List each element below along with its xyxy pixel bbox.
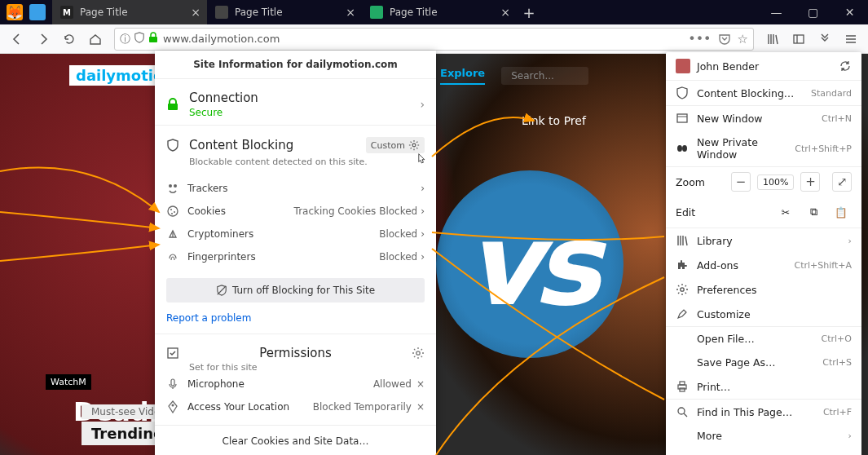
cb-item-cookies[interactable]: Cookies Tracking Cookies Blocked›	[166, 200, 425, 223]
svg-rect-23	[680, 382, 685, 385]
pinned-app-icon[interactable]	[29, 4, 46, 20]
fullscreen-button[interactable]: ⤢	[832, 172, 852, 192]
gear-icon	[408, 139, 420, 151]
menu-print[interactable]: Print…	[666, 374, 861, 399]
shortcut: Ctrl+S	[822, 357, 852, 368]
item-label: New Private Window	[697, 136, 786, 161]
menu-webdev[interactable]: Web Developer ›	[666, 448, 861, 455]
tab-1[interactable]: M Page Title ×	[52, 0, 207, 24]
svg-point-25	[678, 408, 685, 414]
favicon: M	[60, 6, 73, 19]
shield-icon[interactable]	[134, 32, 145, 43]
channel-badge[interactable]: WatchM	[46, 374, 91, 390]
tab-3[interactable]: Page Title ×	[362, 0, 517, 24]
close-button[interactable]: ✕	[831, 0, 868, 24]
lock-icon[interactable]	[148, 32, 158, 43]
close-icon[interactable]: ×	[500, 6, 510, 19]
item-label: Preferences	[697, 284, 757, 296]
main-toolbar: ⓘ www.dailymotion.com ••• ☆	[0, 24, 868, 54]
svg-point-21	[681, 288, 684, 291]
cut-button[interactable]: ✂	[775, 201, 796, 223]
item-status: Blocked	[379, 228, 417, 240]
pocket-icon[interactable]	[718, 33, 731, 46]
back-button[interactable]	[5, 27, 29, 51]
remove-icon[interactable]: ×	[416, 378, 425, 390]
menu-preferences[interactable]: Preferences	[666, 277, 861, 302]
firefox-icon[interactable]: 🦊	[7, 4, 23, 20]
vs-text: vs	[465, 198, 595, 331]
url-bar[interactable]: ⓘ www.dailymotion.com ••• ☆	[114, 28, 754, 51]
menu-library[interactable]: Library ›	[666, 228, 861, 253]
connection-section[interactable]: Connection Secure ›	[155, 79, 436, 126]
hamburger-menu-button[interactable]	[839, 27, 863, 51]
home-button[interactable]	[83, 27, 108, 51]
cb-item-fingerprinters[interactable]: Fingerprinters Blocked›	[166, 245, 425, 268]
menu-addons[interactable]: Add-ons Ctrl+Shift+A	[666, 253, 861, 277]
cb-item-cryptominers[interactable]: Cryptominers Blocked›	[166, 223, 425, 245]
remove-icon[interactable]: ×	[416, 401, 425, 413]
copy-button[interactable]: ⧉	[803, 201, 824, 223]
menu-open-file[interactable]: Open File… Ctrl+O	[666, 327, 861, 351]
shortcut: Ctrl+O	[822, 334, 852, 344]
menu-content-blocking[interactable]: Content Blocking… Standard	[666, 81, 861, 105]
site-search-input[interactable]: Search...	[501, 67, 588, 85]
item-label: Add-ons	[697, 259, 738, 272]
sidebar-button[interactable]	[786, 27, 811, 51]
shield-icon	[676, 86, 689, 99]
cryptominer-icon	[166, 228, 179, 241]
mask-icon	[676, 142, 689, 155]
menu-new-private-window[interactable]: New Private Window Ctrl+Shift+P	[666, 130, 861, 166]
svg-rect-1	[794, 35, 804, 43]
menu-new-window[interactable]: New Window Ctrl+N	[666, 106, 861, 130]
nav-explore[interactable]: Explore	[440, 67, 485, 85]
paste-button[interactable]: 📋	[831, 201, 852, 223]
item-label: Find in This Page…	[697, 406, 792, 418]
zoom-out-button[interactable]: −	[731, 172, 751, 192]
new-tab-button[interactable]: +	[517, 0, 541, 24]
library-button[interactable]	[760, 27, 785, 51]
button-label: Turn off Blocking for This Site	[232, 285, 375, 296]
zoom-in-button[interactable]: +	[800, 172, 820, 192]
svg-rect-15	[171, 379, 174, 386]
forward-button[interactable]	[31, 27, 55, 51]
item-label: New Window	[697, 113, 763, 125]
menu-save-page[interactable]: Save Page As… Ctrl+S	[666, 351, 861, 374]
site-topnav: Explore Search...	[440, 67, 588, 85]
search-icon	[676, 405, 689, 418]
menu-account-row[interactable]: John Bender	[666, 52, 861, 81]
connection-title: Connection	[189, 91, 258, 105]
zoom-level: 100%	[757, 174, 794, 190]
menu-find[interactable]: Find in This Page… Ctrl+F	[666, 400, 861, 424]
reload-button[interactable]	[57, 27, 82, 51]
close-icon[interactable]: ×	[191, 6, 200, 19]
svg-point-19	[677, 145, 682, 152]
minimize-button[interactable]: —	[758, 0, 795, 24]
report-problem-link[interactable]: Report a problem	[166, 312, 251, 324]
content-blocking-level-badge[interactable]: Custom	[366, 137, 425, 153]
perm-label: Microphone	[187, 378, 245, 390]
shortcut: Ctrl+F	[823, 407, 852, 417]
clear-cookies-button[interactable]: Clear Cookies and Site Data…	[155, 426, 436, 455]
menu-more[interactable]: More ›	[666, 424, 861, 448]
page-actions-icon[interactable]: •••	[688, 31, 711, 46]
pinned-icons: 🦊	[0, 1, 52, 24]
bookmark-star-icon[interactable]: ☆	[738, 32, 748, 46]
shield-off-icon	[216, 285, 227, 296]
item-label: More	[697, 430, 722, 442]
brush-icon	[676, 307, 689, 320]
chevron-right-icon: ›	[848, 431, 852, 441]
svg-point-10	[171, 213, 173, 214]
turn-off-blocking-button[interactable]: Turn off Blocking for This Site	[166, 278, 425, 303]
maximize-button[interactable]: ▢	[795, 0, 831, 24]
info-icon[interactable]: ⓘ	[120, 32, 130, 46]
close-icon[interactable]: ×	[346, 6, 355, 19]
item-status: Blocked	[379, 251, 417, 263]
menu-customize[interactable]: Customize	[666, 302, 861, 326]
gear-icon[interactable]	[412, 347, 425, 360]
cb-item-trackers[interactable]: Trackers ›	[166, 177, 425, 200]
favicon	[215, 6, 228, 19]
overflow-button[interactable]	[813, 27, 837, 51]
print-icon	[676, 380, 689, 393]
sync-icon[interactable]	[839, 60, 852, 73]
tab-2[interactable]: Page Title ×	[207, 0, 362, 24]
